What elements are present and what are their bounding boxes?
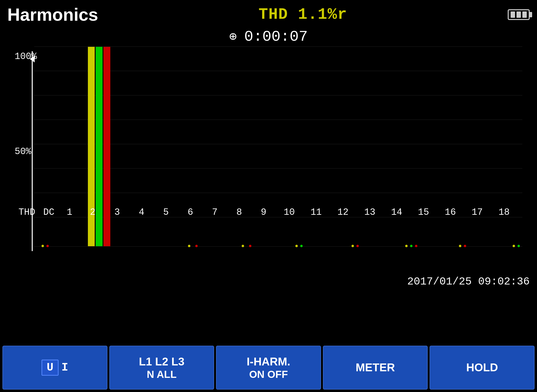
toolbar-btn-meter[interactable]: METER bbox=[323, 346, 428, 390]
btn-u-label: U bbox=[41, 360, 59, 376]
x-label-18: 18 bbox=[491, 207, 517, 217]
dot-scattered-6 bbox=[300, 245, 303, 247]
dot-thd-yellow bbox=[41, 245, 44, 247]
x-label-dc: DC bbox=[39, 207, 59, 217]
toolbar-btn-l123[interactable]: L1 L2 L3 N ALL bbox=[109, 346, 214, 390]
x-label-10: 10 bbox=[276, 207, 303, 217]
y-axis: 100% 50% bbox=[15, 51, 34, 261]
dot-scattered-14 bbox=[513, 245, 515, 247]
x-label-7: 7 bbox=[203, 207, 227, 217]
dot-scattered-11 bbox=[415, 245, 417, 247]
x-label-9: 9 bbox=[251, 207, 276, 217]
dot-scattered-13 bbox=[464, 245, 466, 247]
y-axis-line bbox=[32, 51, 33, 251]
crosshair-icon: ⊕ bbox=[229, 29, 237, 44]
x-label-3: 3 bbox=[105, 207, 129, 217]
ui-row: U I bbox=[41, 360, 68, 376]
x-label-thd: THD bbox=[15, 207, 39, 217]
date-display: 2017/01/25 09:02:36 bbox=[407, 275, 530, 288]
toolbar-btn-l123-line1: L1 L2 L3 bbox=[139, 355, 185, 368]
dot-scattered-3 bbox=[242, 245, 244, 247]
dot-scattered-1 bbox=[188, 245, 190, 247]
toolbar-btn-iharm-line2: ON OFF bbox=[249, 369, 288, 380]
x-label-2: 2 bbox=[81, 207, 105, 217]
x-label-6: 6 bbox=[178, 207, 203, 217]
toolbar-btn-iharm-line1: I-HARM. bbox=[247, 355, 290, 368]
x-label-4: 4 bbox=[129, 207, 154, 217]
x-label-12: 12 bbox=[330, 207, 356, 217]
toolbar-btn-hold[interactable]: HOLD bbox=[430, 346, 535, 390]
toolbar-btn-iharm[interactable]: I-HARM. ON OFF bbox=[216, 346, 321, 390]
dot-scattered-7 bbox=[351, 245, 354, 247]
timer-row: ⊕ 0:00:07 bbox=[0, 27, 537, 46]
x-label-17: 17 bbox=[464, 207, 491, 217]
dot-thd-red bbox=[46, 245, 49, 247]
battery-bar-2 bbox=[516, 11, 521, 18]
x-label-13: 13 bbox=[356, 207, 383, 217]
y-label-50: 50% bbox=[15, 146, 31, 157]
dot-scattered-5 bbox=[295, 245, 298, 247]
x-label-16: 16 bbox=[437, 207, 464, 217]
dot-scattered-4 bbox=[249, 245, 251, 247]
thd-value: THD 1.1%r bbox=[258, 6, 347, 23]
dot-scattered-8 bbox=[356, 245, 359, 247]
battery-icon bbox=[508, 9, 530, 20]
dot-scattered-15 bbox=[517, 245, 520, 247]
x-label-1: 1 bbox=[59, 207, 81, 217]
dot-scattered-9 bbox=[405, 245, 408, 247]
battery-bar-1 bbox=[511, 11, 515, 18]
x-label-14: 14 bbox=[383, 207, 410, 217]
x-axis-labels: THD DC 1 2 3 4 5 6 7 8 9 10 11 12 13 14 … bbox=[15, 205, 532, 219]
dot-scattered-12 bbox=[459, 245, 461, 247]
scatter-dots bbox=[34, 246, 522, 249]
battery-bar-3 bbox=[522, 11, 527, 18]
toolbar-btn-l123-line2: N ALL bbox=[147, 369, 176, 380]
page-title: Harmonics bbox=[7, 5, 98, 25]
toolbar-btn-meter-label: METER bbox=[356, 361, 395, 374]
x-label-15: 15 bbox=[410, 207, 437, 217]
x-label-11: 11 bbox=[303, 207, 330, 217]
btn-i-label: I bbox=[62, 361, 68, 374]
x-label-8: 8 bbox=[227, 207, 251, 217]
chart-area: 100% 50% bbox=[0, 46, 537, 275]
dot-scattered-2 bbox=[195, 245, 198, 247]
x-label-5: 5 bbox=[154, 207, 178, 217]
timer-value: 0:00:07 bbox=[244, 28, 308, 45]
toolbar-btn-hold-label: HOLD bbox=[466, 361, 498, 374]
toolbar-btn-ui[interactable]: U I bbox=[2, 346, 107, 390]
dot-scattered-10 bbox=[410, 245, 413, 247]
toolbar: U I L1 L2 L3 N ALL I-HARM. ON OFF METER … bbox=[0, 343, 537, 392]
top-bar: Harmonics THD 1.1%r bbox=[0, 0, 537, 29]
